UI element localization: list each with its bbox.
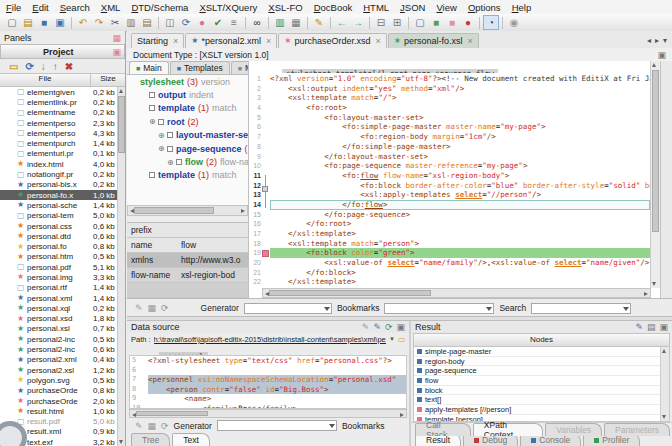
- datasource-hscrollbar[interactable]: [129, 409, 407, 418]
- scroll-down-icon[interactable]: [119, 440, 123, 444]
- datasource-line-9[interactable]: 9 <name>: [130, 394, 406, 404]
- code-line-22[interactable]: </xsl:template>: [270, 277, 650, 287]
- breakpoint-icon[interactable]: [262, 250, 269, 257]
- attribute-row[interactable]: [127, 283, 248, 298]
- undo-icon[interactable]: ↶: [75, 15, 91, 30]
- outline-item-output[interactable]: outputindent: [127, 88, 248, 101]
- grid-split-icon[interactable]: ▦: [288, 15, 304, 30]
- file-tree-scrollbar[interactable]: [117, 87, 125, 446]
- debugger-tab-xpath-context[interactable]: XPath Context: [473, 423, 543, 436]
- file-row-notationgif-pr[interactable]: ▢notationgif.pr0,2 kb: [0, 169, 125, 179]
- bookmarks-combobox[interactable]: [384, 303, 494, 314]
- edit-pencil-icon[interactable]: ✎: [135, 303, 143, 313]
- file-row-personal-rtf[interactable]: ▢personal.rtf1,4 kb: [0, 283, 125, 293]
- column-file[interactable]: File: [0, 74, 91, 86]
- file-row-personal-xsl[interactable]: ★personal.xsl0,7 kb: [0, 324, 125, 334]
- debug-snippet-icon[interactable]: ▢: [412, 15, 428, 30]
- menu-file[interactable]: File: [6, 2, 21, 13]
- code-line-16[interactable]: </fo:root>: [270, 219, 650, 229]
- generator-combobox[interactable]: [244, 303, 332, 314]
- view-tab-templates[interactable]: ■Templates: [170, 61, 230, 74]
- redo-icon[interactable]: ↷: [91, 15, 107, 30]
- outline-item-stylesheet[interactable]: stylesheet(3)version: [127, 75, 248, 88]
- editor-breadcrumb[interactable]: stylesheet template[/] root page-sequenc…: [282, 69, 498, 73]
- datasource-line-6[interactable]: 6: [130, 366, 406, 376]
- attribute-row[interactable]: xmlnshttp://www.w3.o: [127, 253, 248, 268]
- code-line-11[interactable]: <fo:flow flow-name="xsl-region-body">: [270, 171, 650, 181]
- code-line-13[interactable]: <xsl:apply-templates select="//person"/>: [270, 190, 650, 200]
- file-row-personal2-inc[interactable]: ★personal2-inc0,6 kb: [0, 344, 125, 354]
- folder-icon[interactable]: ▭: [398, 335, 405, 344]
- path-value[interactable]: h:\travail\soft\japisoft-editix-2015\dis…: [154, 335, 386, 344]
- move-down-icon[interactable]: ↓: [41, 61, 46, 72]
- code-line-7[interactable]: <fo:region-body margin="1cm"/>: [270, 132, 650, 142]
- file-row-personal-tem[interactable]: ▢personal-tem5,0 kb: [0, 211, 125, 221]
- node-row-region-body[interactable]: region-body: [414, 357, 669, 367]
- file-row-personal-css[interactable]: ★personal.css0,6 kb: [0, 221, 125, 231]
- menu-dtd-schema[interactable]: DTD/Schema: [131, 2, 188, 13]
- save-icon[interactable]: ■: [36, 15, 52, 30]
- save-all-icon[interactable]: ▣: [52, 15, 68, 30]
- history-icon[interactable]: ◔: [483, 15, 499, 30]
- path-dropdown-icon[interactable]: ▼: [389, 336, 395, 342]
- validate-icon[interactable]: ✔: [210, 15, 226, 30]
- datasource-line-8[interactable]: 8 <person contr="false" id="Big.Boss">: [130, 385, 406, 395]
- maximize-icon[interactable]: ▣: [659, 322, 668, 332]
- menu-help[interactable]: Help: [512, 2, 532, 13]
- outline-item-template[interactable]: template(1)match: [127, 102, 248, 115]
- maximize-editor-icon[interactable]: ▣: [657, 50, 666, 60]
- document-tab-purchaseorder-xsd[interactable]: ★purchaseOrder.xsd×: [278, 33, 386, 48]
- attribute-row[interactable]: flow-namexsl-region-bod: [127, 268, 248, 283]
- split-horizontal-icon[interactable]: ⊟: [373, 15, 389, 30]
- output-tab-console[interactable]: Console: [520, 436, 581, 446]
- file-row-personal-fo-x[interactable]: ★personal-fo.x1,0 kb: [0, 190, 125, 200]
- expand-icon[interactable]: ⊕: [149, 117, 158, 126]
- nodes-scrollbar[interactable]: [660, 347, 669, 421]
- node-row-template-person[interactable]: template [person]: [414, 415, 669, 422]
- split-vertical-icon[interactable]: ⊞: [389, 15, 405, 30]
- output-tab-profiler[interactable]: Profiler: [583, 436, 640, 446]
- code-line-19[interactable]: <fo:block color="green">: [270, 248, 650, 258]
- file-row-elementperso[interactable]: ▢elementperso2,3 kb: [0, 118, 125, 128]
- debug-stop-icon[interactable]: ●: [460, 15, 476, 30]
- file-row-personal-sche[interactable]: ★personal-sche1,4 kb: [0, 200, 125, 210]
- settings-gear-icon[interactable]: ◉: [506, 15, 522, 30]
- close-tab-icon[interactable]: ×: [173, 36, 178, 46]
- outline-item-page-sequence[interactable]: ⊕page-sequence(1)m: [127, 142, 248, 155]
- code-line-20[interactable]: <xsl:value-of select="name/family"/>,<xs…: [270, 258, 650, 268]
- code-line-14[interactable]: </fo:flow>: [270, 200, 650, 210]
- close-tab-icon[interactable]: ×: [375, 36, 380, 46]
- file-row-result-html[interactable]: ★result.html1,0 kb: [0, 406, 125, 416]
- file-row-personal-pdf[interactable]: ▢personal.pdf5,1 kb: [0, 262, 125, 272]
- scroll-right-icon[interactable]: [644, 292, 648, 296]
- node-row-block[interactable]: block: [414, 386, 669, 396]
- reload-icon[interactable]: ⟳: [161, 421, 169, 431]
- file-row-elementname[interactable]: ▢elementname0,2 kb: [0, 108, 125, 118]
- copy-icon[interactable]: ▥: [123, 15, 139, 30]
- scroll-up-icon[interactable]: [652, 63, 656, 67]
- expand-icon[interactable]: ⊕: [167, 158, 176, 167]
- element-view-icon[interactable]: ◫: [162, 15, 178, 30]
- nodes-column-header[interactable]: Nodes: [413, 333, 670, 347]
- new-folder-icon[interactable]: ▭: [9, 61, 18, 72]
- scroll-down-icon[interactable]: [652, 282, 656, 286]
- node-row-text[interactable]: text[]: [414, 395, 669, 405]
- file-row-elementgiven[interactable]: ▢elementgiven0,2 kb: [0, 87, 125, 97]
- outline-item-flow[interactable]: ⊕flow(2)flow-name: [127, 155, 248, 168]
- edit-pencil-icon[interactable]: ✎: [135, 421, 143, 431]
- file-row-personal-bis-x[interactable]: ★personal-bis.x0,2 kb: [0, 180, 125, 190]
- node-row-simple-page-master[interactable]: simple-page-master: [414, 347, 669, 357]
- code-line-3[interactable]: <xsl:template match="/">: [270, 93, 650, 103]
- menu-search[interactable]: Search: [60, 2, 90, 13]
- code-line-2[interactable]: <xsl:output indent="yes" method="xml"/>: [270, 84, 650, 94]
- editor-vscrollbar[interactable]: [650, 61, 660, 288]
- expand-icon[interactable]: ⊕: [158, 144, 167, 153]
- scrollbar-thumb[interactable]: [136, 411, 208, 416]
- paste-icon[interactable]: ▤: [139, 15, 155, 30]
- close-tab-icon[interactable]: ×: [467, 36, 472, 46]
- table-view-icon[interactable]: ▦: [148, 303, 157, 313]
- menu-view[interactable]: View: [436, 2, 456, 13]
- outline-hscrollbar[interactable]: [127, 205, 248, 216]
- project-panel-icon[interactable]: ▣: [112, 47, 121, 57]
- code-line-9[interactable]: </fo:layout-master-set>: [270, 152, 650, 162]
